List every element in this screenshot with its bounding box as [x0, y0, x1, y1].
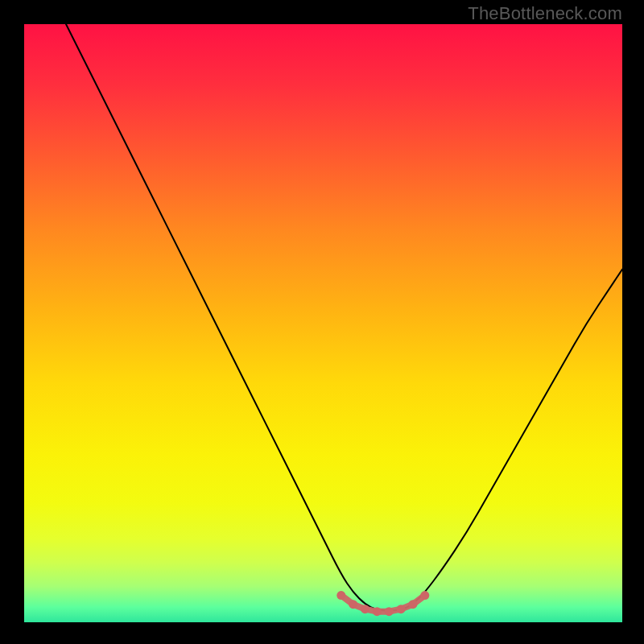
optimal-range-marker [361, 605, 369, 613]
optimal-range-marker [336, 591, 345, 600]
optimal-range-marker [420, 591, 429, 600]
optimal-range-marker [373, 607, 382, 616]
optimal-range-marker [385, 607, 394, 616]
curve-layer [24, 24, 622, 622]
optimal-range-marker [408, 600, 417, 609]
optimal-range-marker [397, 605, 406, 613]
plot-area [24, 24, 622, 622]
watermark-text: TheBottleneck.com [468, 3, 622, 24]
chart-frame: TheBottleneck.com [0, 0, 644, 644]
bottleneck-curve [66, 24, 622, 610]
optimal-range-marker [349, 600, 357, 609]
